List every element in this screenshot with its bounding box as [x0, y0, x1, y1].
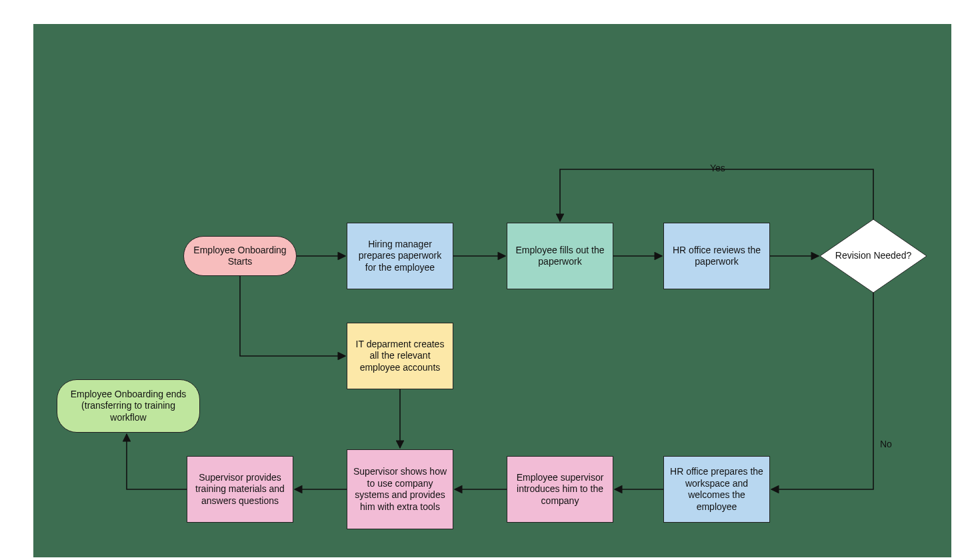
node-shows-label: Supervisor shows how to use company syst… — [353, 466, 447, 513]
node-it-label: IT deparment creates all the relevant em… — [353, 339, 447, 374]
node-it: IT deparment creates all the relevant em… — [347, 323, 453, 389]
node-fills-label: Employee fills out the paperwork — [513, 245, 607, 268]
node-end-label: Employee Onboarding ends (transferring t… — [63, 389, 194, 424]
node-decision: Revision Needed? — [820, 219, 927, 293]
node-decision-label: Revision Needed? — [835, 250, 911, 262]
node-end: Employee Onboarding ends (transferring t… — [57, 379, 200, 433]
node-intro: Employee supervisor introduces him to th… — [507, 456, 613, 523]
node-workspace-label: HR office prepares the workspace and wel… — [669, 466, 764, 513]
node-workspace: HR office prepares the workspace and wel… — [663, 456, 770, 523]
node-hrreview-label: HR office reviews the paperwork — [669, 245, 764, 268]
node-hrreview: HR office reviews the paperwork — [663, 223, 770, 289]
node-hiring: Hiring manager prepares paperwork for th… — [347, 223, 453, 289]
flowchart-canvas: Employee Onboarding Starts Hiring manage… — [33, 24, 951, 557]
node-hiring-label: Hiring manager prepares paperwork for th… — [353, 239, 447, 274]
node-fills: Employee fills out the paperwork — [507, 223, 613, 289]
node-intro-label: Employee supervisor introduces him to th… — [513, 472, 607, 507]
node-start-label: Employee Onboarding Starts — [189, 245, 291, 268]
edge-label-yes: Yes — [710, 163, 725, 173]
edge-label-no: No — [880, 439, 892, 449]
node-start: Employee Onboarding Starts — [183, 236, 297, 276]
node-training: Supervisor provides training materials a… — [187, 456, 293, 523]
node-training-label: Supervisor provides training materials a… — [193, 472, 287, 507]
edges — [33, 24, 951, 557]
node-shows: Supervisor shows how to use company syst… — [347, 449, 453, 529]
